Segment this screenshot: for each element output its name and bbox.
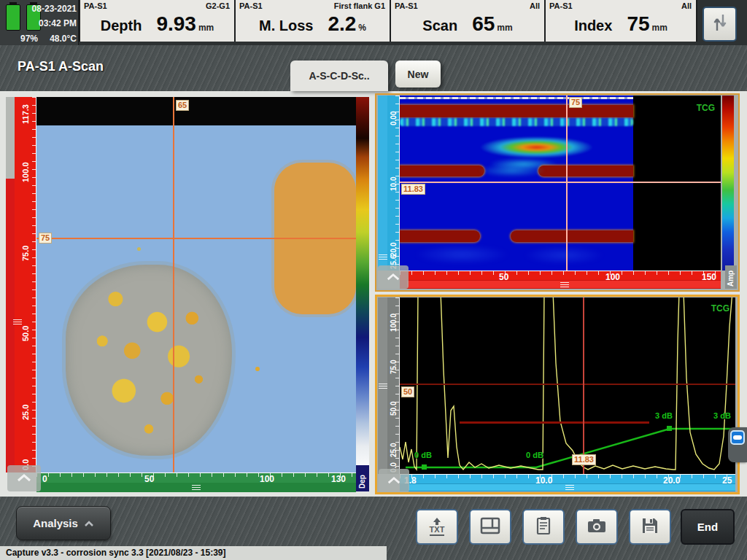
ascan-hruler[interactable]: 1.8 10.0 20.0 25	[400, 474, 735, 483]
report-button[interactable]	[522, 509, 565, 545]
scrollbar-grip[interactable]	[192, 485, 201, 491]
ascan-cursor-vline[interactable]	[583, 298, 584, 474]
measure-value: 9.93	[156, 12, 196, 36]
bscan-expand-button[interactable]	[378, 265, 409, 289]
end-button[interactable]: End	[681, 509, 735, 545]
ascan-cursor-hline[interactable]	[400, 384, 735, 385]
ascan-trace	[400, 298, 735, 474]
cscan-cursor-vline[interactable]	[173, 97, 174, 472]
cscan-map[interactable]: 65 75	[36, 97, 356, 472]
gate-label: All	[530, 1, 540, 10]
readout-scan: PA-S1 All Scan 65 mm	[390, 0, 544, 42]
ruler-label: 25.0	[390, 443, 398, 457]
tcg-point-label: 0 dB	[526, 451, 543, 459]
depth-colorbar	[356, 97, 369, 472]
ascan-cursor-amp-label[interactable]: 50	[401, 386, 414, 397]
scrollbar-grip[interactable]	[379, 254, 387, 260]
tab-new[interactable]: New	[395, 61, 441, 88]
readout-depth: PA-S1 G2-G1 Depth 9.93 mm	[79, 0, 234, 42]
bscan-vruler[interactable]: 0.00 10.0 20.0 25.6	[387, 96, 400, 271]
chevron-up-icon	[387, 474, 401, 487]
battery-icon	[6, 4, 20, 31]
ascan-vruler[interactable]: 100.0 75.0 50.0 25.0 0.0	[387, 298, 400, 474]
bscan-echo-gap-glow	[479, 164, 546, 177]
view-title: PA-S1 A-Scan	[18, 59, 104, 74]
cscan-hscrollbar[interactable]	[36, 483, 356, 492]
remote-access-icon[interactable]	[728, 427, 747, 462]
bscan-cursor-hline[interactable]	[400, 182, 721, 183]
txt-icon-text: TXT	[430, 525, 445, 536]
bscan-speckle-band	[400, 118, 633, 126]
ruler-label: 25.0	[21, 405, 30, 420]
bscan-image[interactable]: 75 11.83 TCG	[400, 96, 721, 271]
cscan-nodata-band	[36, 97, 356, 125]
corrosion-blob	[66, 265, 232, 456]
bscan-vscrollbar[interactable]	[378, 96, 387, 271]
scrollbar-thumb[interactable]	[6, 179, 15, 472]
chevron-up-icon	[84, 517, 94, 530]
gate-label: First flank G1	[334, 1, 385, 10]
tab-a-s-c-d-scan[interactable]: A-S-C-D-Sc..	[290, 61, 388, 91]
measure-unit: mm	[198, 23, 214, 33]
bscan-echo-band	[400, 166, 484, 176]
scrollbar-grip[interactable]	[560, 282, 569, 288]
ruler-label: 50.0	[21, 326, 30, 341]
bscan-hscrollbar[interactable]	[400, 280, 721, 289]
scrollbar-thumb[interactable]	[409, 484, 735, 491]
bscan-echo-band	[400, 230, 480, 242]
ascan-cursor-depth-label[interactable]: 11.83	[572, 454, 596, 465]
ruler-label: 10.0	[390, 177, 398, 191]
measure-label: M. Loss	[259, 18, 313, 34]
cscan-vscrollbar[interactable]	[6, 97, 15, 472]
bscan-hruler[interactable]: 50 100 150	[400, 271, 721, 280]
measure-value: 75	[627, 12, 649, 36]
cscan-speck	[255, 367, 260, 371]
cscan-vruler[interactable]: 117.3 100.0 75.0 50.0 25.0 0.0	[15, 97, 36, 472]
analysis-menu-button[interactable]: Analysis	[16, 506, 111, 540]
scrollbar-grip[interactable]	[565, 485, 574, 491]
status-bar: Capture v3.3 - corrosion sync 3.3 [2021/…	[0, 546, 387, 560]
gate-label: All	[681, 1, 692, 10]
gate-line[interactable]	[460, 421, 649, 424]
cscan-cursor-hline[interactable]	[36, 238, 356, 239]
top-bar: 08-23-2021 03:42 PM 97% 48.0°C PA-S1 G2-…	[0, 0, 747, 45]
cscan-panel: 117.3 100.0 75.0 50.0 25.0 0.0 65 75	[6, 95, 371, 493]
ruler-label: 75.0	[390, 360, 398, 374]
ascan-vscrollbar[interactable]	[378, 298, 387, 474]
cscan-hruler[interactable]: 0 50 100 130	[36, 472, 356, 483]
cscan-cursor-scan-label[interactable]: 65	[176, 100, 189, 111]
scrollbar-grip[interactable]	[379, 384, 387, 389]
ruler-grip[interactable]	[13, 319, 22, 325]
bscan-cursor-vline[interactable]	[566, 96, 568, 271]
temperature-label: 48.0°C	[50, 34, 77, 44]
scrollbar-thumb[interactable]	[407, 281, 721, 288]
measure-label: Depth	[101, 18, 142, 34]
txt-export-icon: TXT	[430, 518, 445, 536]
probe-label: PA-S1	[395, 1, 418, 10]
ruler-label: 75.0	[21, 246, 30, 261]
view-title-bar: PA-S1 A-Scan A-S-C-D-Sc.. New	[0, 45, 747, 91]
cscan-expand-button[interactable]	[7, 465, 41, 491]
probe-label: PA-S1	[84, 1, 107, 10]
ascan-hscrollbar[interactable]	[400, 483, 735, 491]
battery-percent: 97%	[20, 34, 38, 44]
cscan-cursor-index-label[interactable]: 75	[39, 233, 52, 244]
amplitude-axis-tag: Amp	[725, 265, 737, 289]
amplitude-axis-label: Amp	[727, 271, 735, 287]
layout-button[interactable]	[469, 509, 511, 545]
tcg-label: TCG	[711, 303, 729, 314]
scan-direction-button[interactable]	[703, 7, 737, 42]
cscan-speck	[137, 247, 141, 251]
ascan-expand-button[interactable]	[379, 469, 409, 492]
screenshot-button[interactable]	[576, 509, 618, 545]
ascan-plot[interactable]: 50 11.83 0 dB 0 dB 3 dB 3 dB TCG	[400, 298, 735, 474]
chevron-up-icon	[16, 472, 32, 485]
status-text: Capture v3.3 - corrosion sync 3.3 [2021/…	[6, 548, 225, 558]
txt-export-button[interactable]: TXT	[416, 509, 458, 545]
bscan-cursor-depth-label[interactable]: 11.83	[401, 184, 425, 195]
probe-label: PA-S1	[549, 1, 573, 10]
save-button[interactable]	[629, 509, 671, 545]
bscan-cursor-scan-label[interactable]: 75	[569, 97, 582, 108]
capture-app: 08-23-2021 03:42 PM 97% 48.0°C PA-S1 G2-…	[0, 0, 747, 560]
ruler-label: 100.0	[390, 314, 398, 332]
